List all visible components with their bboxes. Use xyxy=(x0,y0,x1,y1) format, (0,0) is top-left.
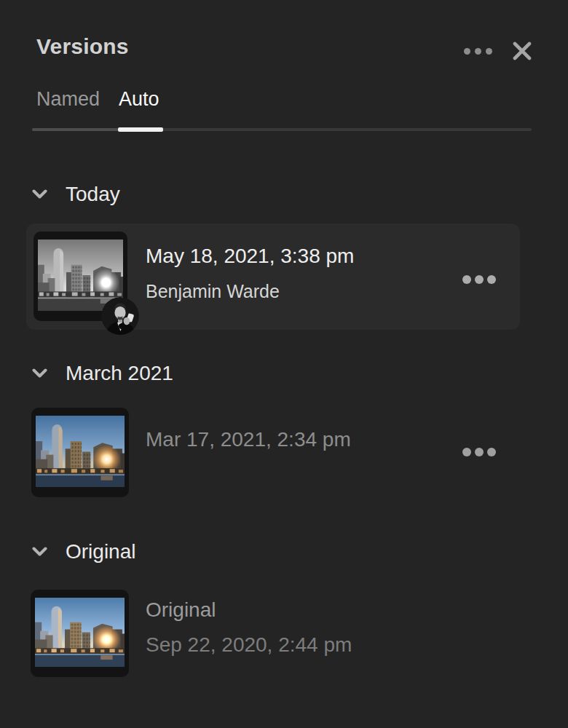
version-timestamp: Sep 22, 2020, 2:44 pm xyxy=(146,633,352,657)
chevron-down-icon xyxy=(32,368,47,379)
version-row-march[interactable]: Mar 17, 2021, 2:34 pm xyxy=(26,400,520,506)
section-header-today[interactable]: Today xyxy=(32,182,120,207)
version-name: Original xyxy=(146,598,216,622)
section-label: Today xyxy=(66,182,120,207)
version-row-today[interactable]: May 18, 2021, 3:38 pm Benjamin Warde xyxy=(26,223,520,330)
ellipsis-icon xyxy=(462,448,471,456)
version-more-options-button[interactable] xyxy=(460,441,498,463)
tab-auto[interactable]: Auto xyxy=(119,87,159,111)
ellipsis-icon xyxy=(462,275,471,284)
version-timestamp: Mar 17, 2021, 2:34 pm xyxy=(146,428,351,451)
close-button[interactable] xyxy=(508,39,536,63)
version-thumbnail xyxy=(31,408,129,497)
section-header-original[interactable]: Original xyxy=(32,539,135,564)
tab-underline-track xyxy=(32,128,532,131)
close-icon xyxy=(513,41,532,60)
chevron-down-icon xyxy=(32,547,47,557)
panel-more-options-button[interactable] xyxy=(457,41,498,61)
ellipsis-icon xyxy=(464,48,470,55)
section-label: Original xyxy=(66,539,135,564)
version-more-options-button[interactable] xyxy=(460,269,498,290)
panel-title: Versions xyxy=(36,34,129,59)
version-thumbnail xyxy=(31,590,129,677)
tab-named[interactable]: Named xyxy=(36,87,100,111)
named-tab-underline xyxy=(32,128,118,131)
active-tab-indicator xyxy=(118,127,163,132)
version-timestamp: May 18, 2021, 3:38 pm xyxy=(146,245,354,268)
version-author: Benjamin Warde xyxy=(146,281,280,302)
chevron-down-icon xyxy=(32,189,47,199)
avatar xyxy=(101,297,139,335)
versions-panel: Versions Named Auto Today May 18, 2021, … xyxy=(0,0,568,728)
version-row-original[interactable]: Original Sep 22, 2020, 2:44 pm xyxy=(26,582,520,688)
section-label: March 2021 xyxy=(66,361,173,386)
section-header-march-2021[interactable]: March 2021 xyxy=(32,361,173,386)
